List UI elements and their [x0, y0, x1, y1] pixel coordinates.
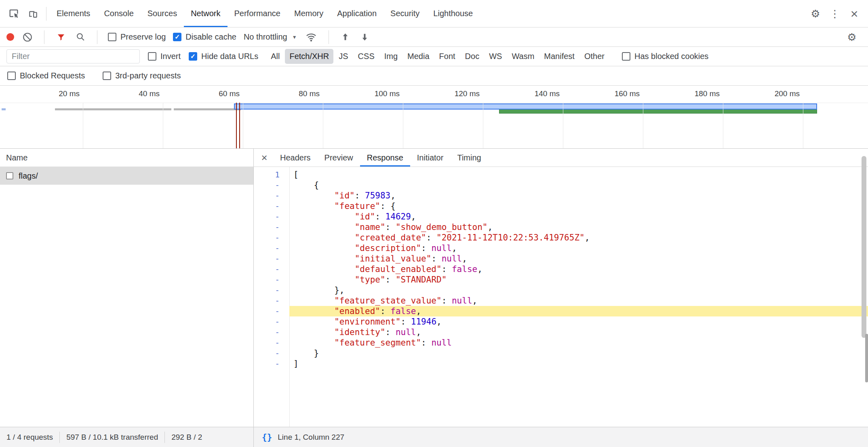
name-column-header[interactable]: Name — [0, 149, 253, 167]
check-icon: ✓ — [175, 34, 180, 40]
clear-button[interactable] — [21, 27, 34, 47]
token: : — [375, 212, 385, 221]
code-line: - "initial_value": null, — [254, 253, 868, 264]
token: "created_date" — [355, 233, 426, 242]
token: : — [401, 317, 411, 327]
grid-line — [83, 103, 83, 148]
kebab-icon: ⋮ — [830, 8, 840, 19]
token: null — [431, 243, 452, 253]
grid-line — [723, 103, 723, 148]
close-devtools-icon[interactable]: × — [845, 4, 864, 23]
detail-tab-initiator[interactable]: Initiator — [410, 149, 451, 167]
overview-ruler[interactable]: 20 ms40 ms60 ms80 ms100 ms120 ms140 ms16… — [0, 86, 868, 149]
window-scrollbar-thumb[interactable] — [865, 334, 868, 382]
detail-tabbar: × HeadersPreviewResponseInitiatorTiming — [254, 149, 868, 167]
type-filter-wasm[interactable]: Wasm — [507, 49, 539, 64]
network-settings-icon[interactable]: ⚙ — [842, 27, 862, 47]
token: "2021-11-12T10:22:53.419765Z" — [436, 233, 585, 242]
token: "identity" — [334, 327, 385, 337]
token — [293, 243, 355, 253]
disable-cache-checkbox[interactable]: ✓ Disable cache — [173, 32, 236, 42]
gutter-cell: - — [254, 201, 289, 211]
code-line-text: "enabled": false, — [289, 306, 868, 316]
preserve-log-checkbox[interactable]: Preserve log — [108, 32, 166, 42]
code-line: 1[ — [254, 169, 868, 180]
detail-tab-headers[interactable]: Headers — [273, 149, 318, 167]
tab-memory[interactable]: Memory — [287, 0, 330, 27]
more-options-icon[interactable]: ⋮ — [825, 4, 845, 23]
grid-line — [323, 103, 323, 148]
hide-data-urls-label: Hide data URLs — [201, 52, 258, 61]
request-checkbox[interactable] — [6, 172, 13, 179]
close-icon: × — [261, 152, 267, 164]
type-filter-doc[interactable]: Doc — [461, 49, 484, 64]
tab-network[interactable]: Network — [184, 0, 227, 27]
tab-console[interactable]: Console — [97, 0, 140, 27]
tab-security[interactable]: Security — [383, 0, 426, 27]
devtools-window: ElementsConsoleSourcesNetworkPerformance… — [0, 0, 868, 447]
token: , — [585, 233, 590, 242]
tab-performance[interactable]: Performance — [228, 0, 288, 27]
type-filter-js[interactable]: JS — [334, 49, 352, 64]
network-conditions-icon[interactable] — [304, 27, 318, 47]
import-har-icon[interactable] — [339, 27, 352, 47]
inspect-element-icon[interactable] — [4, 4, 23, 23]
type-filter-other[interactable]: Other — [580, 49, 609, 64]
has-blocked-cookies-checkbox[interactable]: Has blocked cookies — [622, 52, 708, 61]
type-filter-css[interactable]: CSS — [354, 49, 379, 64]
tab-application[interactable]: Application — [330, 0, 383, 27]
pretty-print-icon[interactable]: {} — [262, 432, 272, 442]
detail-tab-response[interactable]: Response — [360, 149, 410, 167]
throttling-value: No throttling — [244, 32, 287, 42]
type-filter-media[interactable]: Media — [403, 49, 434, 64]
token: , — [477, 264, 482, 274]
tick-label: 80 ms — [267, 89, 320, 98]
token: : — [442, 264, 452, 274]
record-button[interactable] — [6, 33, 14, 41]
token: , — [472, 296, 478, 306]
filter-toggle-icon[interactable] — [55, 27, 67, 47]
blocked-requests-checkbox[interactable]: Blocked Requests — [7, 71, 85, 80]
gutter-cell: - — [254, 285, 289, 295]
device-toolbar-icon[interactable] — [23, 4, 43, 23]
tick-label: 20 ms — [27, 89, 80, 98]
code-line-text: "id": 75983, — [289, 190, 868, 201]
code-line: - "feature_segment": null — [254, 337, 868, 348]
detail-tab-preview[interactable]: Preview — [318, 149, 360, 167]
token — [293, 338, 334, 348]
code-line: - "environment": 11946, — [254, 316, 868, 327]
scrollbar-thumb[interactable] — [862, 156, 866, 338]
tab-elements[interactable]: Elements — [50, 0, 97, 27]
request-row[interactable]: flags/ — [0, 167, 253, 185]
filter-input[interactable] — [6, 49, 140, 63]
tab-sources[interactable]: Sources — [141, 0, 184, 27]
token — [293, 233, 355, 242]
token: , — [436, 317, 442, 327]
type-filter-font[interactable]: Font — [435, 49, 460, 64]
token — [293, 317, 334, 327]
close-detail-button[interactable]: × — [255, 149, 273, 167]
load-event-line — [239, 103, 240, 148]
type-filter-ws[interactable]: WS — [485, 49, 506, 64]
token: : { — [380, 201, 396, 211]
network-toolbar: Preserve log ✓ Disable cache No throttli… — [0, 27, 868, 47]
third-party-requests-checkbox[interactable]: 3rd-party requests — [103, 71, 181, 80]
hide-data-urls-checkbox[interactable]: ✓ Hide data URLs — [189, 52, 258, 61]
type-filter-all[interactable]: All — [266, 49, 284, 64]
export-har-icon[interactable] — [359, 27, 371, 47]
type-filter-img[interactable]: Img — [380, 49, 402, 64]
throttling-select[interactable]: No throttling ▼ — [244, 32, 297, 42]
invert-checkbox[interactable]: Invert — [148, 52, 181, 61]
token — [293, 327, 334, 337]
token: "environment" — [334, 317, 400, 327]
code-line-text: "type": "STANDARD" — [289, 274, 868, 285]
search-icon[interactable] — [74, 27, 86, 47]
token: "id" — [355, 212, 375, 221]
tab-lighthouse[interactable]: Lighthouse — [426, 0, 480, 27]
grid-line — [643, 103, 643, 148]
type-filter-manifest[interactable]: Manifest — [539, 49, 579, 64]
gutter-cell: - — [254, 190, 289, 201]
type-filter-fetch-xhr[interactable]: Fetch/XHR — [285, 49, 333, 64]
settings-gear-icon[interactable]: ⚙ — [806, 4, 825, 23]
detail-tab-timing[interactable]: Timing — [450, 149, 488, 167]
